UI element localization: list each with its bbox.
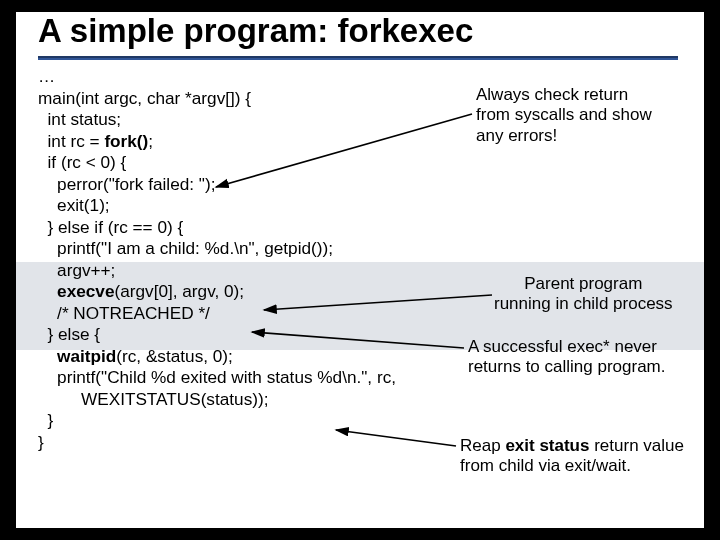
annot-line: A successful exec* never (468, 337, 657, 356)
code-line: (argv[0], argv, 0); (114, 281, 244, 301)
annot-check-return: Always check return from syscalls and sh… (476, 85, 652, 146)
annot-line: returns to calling program. (468, 357, 665, 376)
code-line: } (38, 432, 44, 452)
annot-line: any errors! (476, 126, 557, 145)
annot-line: Always check return (476, 85, 628, 104)
annot-line: from syscalls and show (476, 105, 652, 124)
code-line: WEXITSTATUS(status)); (38, 389, 268, 409)
code-line: int rc = (38, 131, 104, 151)
annot-exec-noreturn: A successful exec* never returns to call… (468, 337, 665, 378)
code-block: … main(int argc, char *argv[]) { int sta… (38, 66, 396, 453)
code-line: exit(1); (38, 195, 110, 215)
code-line: ; (148, 131, 153, 151)
slide: A simple program: forkexec … main(int ar… (16, 12, 704, 528)
code-line: } else { (38, 324, 100, 344)
code-line: } else if (rc == 0) { (38, 217, 183, 237)
code-line: perror("fork failed: "); (38, 174, 215, 194)
code-line: int status; (38, 109, 121, 129)
kw-execve: execve (57, 281, 114, 301)
code-line: printf("Child %d exited with status %d\n… (38, 367, 396, 387)
code-line: /* NOTREACHED */ (38, 303, 210, 323)
code-line (38, 281, 57, 301)
annot-reap-status: Reap exit status return value from child… (460, 436, 684, 477)
slide-title: A simple program: forkexec (38, 12, 473, 50)
annot-line: from child via exit/wait. (460, 456, 631, 475)
annot-bold: exit status (505, 436, 589, 455)
annot-line: return value (589, 436, 684, 455)
title-underline (38, 56, 678, 60)
code-line: … (38, 66, 55, 86)
kw-fork: fork() (104, 131, 148, 151)
annot-parent-program: Parent program running in child process (494, 274, 673, 315)
code-line: argv++; (38, 260, 115, 280)
code-line: (rc, &status, 0); (116, 346, 233, 366)
code-line: if (rc < 0) { (38, 152, 126, 172)
annot-line: Reap (460, 436, 505, 455)
annot-line: running in child process (494, 294, 673, 313)
annot-line: Parent program (524, 274, 642, 293)
code-line: } (38, 410, 53, 430)
code-line: main(int argc, char *argv[]) { (38, 88, 251, 108)
kw-waitpid: waitpid (57, 346, 116, 366)
code-line: printf("I am a child: %d.\n", getpid()); (38, 238, 333, 258)
code-line (38, 346, 57, 366)
